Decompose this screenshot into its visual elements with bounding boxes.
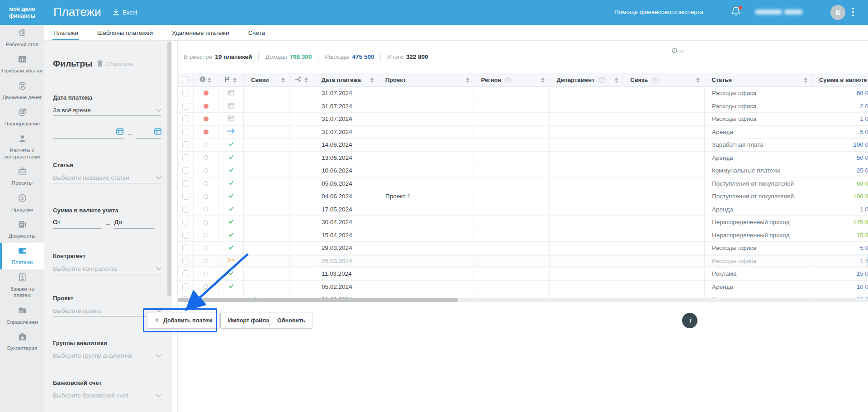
sort-icon[interactable] <box>370 77 374 83</box>
col-region[interactable]: Регионi <box>474 73 550 86</box>
row-checkbox[interactable] <box>182 232 189 239</box>
table-row[interactable]: 11.03.2024Реклама15 0 <box>178 268 868 281</box>
row-checkbox[interactable] <box>182 115 189 122</box>
article-select[interactable]: Выберите название статьи <box>53 172 161 183</box>
sidebar-item-11[interactable]: Бухгалтерия <box>0 329 44 355</box>
col-branch[interactable] <box>289 73 314 86</box>
tab-payment-templates[interactable]: Шаблоны платежей <box>97 25 153 40</box>
analytics-group-select[interactable]: Выберите группу аналитики <box>53 350 161 361</box>
row-checkbox[interactable] <box>182 258 189 264</box>
table-row[interactable]: 29.03.2024Расходы офиса5 0 <box>178 242 868 255</box>
sort-icon[interactable] <box>466 77 470 83</box>
sort-icon[interactable] <box>233 77 237 83</box>
sidebar-item-2[interactable]: Движение денег <box>0 78 44 104</box>
export-excel-button[interactable]: Excel <box>113 8 137 17</box>
date-to-input[interactable] <box>136 128 161 139</box>
col-amount[interactable]: Сумма в валюте учета <box>812 73 868 86</box>
col-article[interactable]: Статья <box>704 73 812 86</box>
table-row[interactable]: 05.02.2024Аренда10 0 <box>178 281 868 294</box>
col-department[interactable]: Департаментi <box>549 73 623 86</box>
bank-account-select[interactable]: Выберите банковский счет <box>53 390 161 401</box>
amount-to-input[interactable]: До <box>114 218 154 229</box>
row-checkbox[interactable] <box>182 270 189 277</box>
col-project[interactable]: Проект <box>378 73 474 86</box>
calendar-icon[interactable] <box>116 128 123 137</box>
row-checkbox[interactable] <box>182 180 189 187</box>
table-row[interactable]: 04.06.2024Проект 1Поступления от покупат… <box>178 190 868 203</box>
info-help-button[interactable]: i <box>682 313 697 328</box>
table-row[interactable]: 30.04.2024Нераспределенный приход145 8 <box>178 216 868 229</box>
col-link[interactable]: Связьi <box>623 73 704 86</box>
scrollbar-thumb[interactable] <box>167 42 171 296</box>
tab-accounts[interactable]: Счета <box>248 25 265 40</box>
row-checkbox[interactable] <box>182 154 189 161</box>
sidebar-item-1[interactable]: Прибыли убытки <box>0 51 44 77</box>
row-checkbox[interactable] <box>182 219 189 225</box>
row-checkbox[interactable] <box>182 283 189 290</box>
sidebar-item-7[interactable]: Документы <box>0 216 44 243</box>
table-row[interactable]: 05.06.2024Поступления от покупателей60 0 <box>178 177 868 191</box>
calendar-icon[interactable] <box>154 128 161 137</box>
scrollbar-thumb[interactable] <box>178 298 458 302</box>
row-checkbox[interactable] <box>182 90 189 96</box>
sidebar-item-0[interactable]: Рабочий стол <box>0 25 44 51</box>
table-row[interactable]: 31.07.2024Расходы офиса2 0 <box>178 100 868 113</box>
row-checkbox[interactable] <box>182 244 189 251</box>
row-checkbox[interactable] <box>182 193 189 200</box>
sidebar-item-10[interactable]: Справочники <box>0 302 44 329</box>
col-status[interactable] <box>218 73 244 86</box>
notifications-bell-icon[interactable] <box>731 6 743 19</box>
amount-from-input[interactable]: От <box>53 218 102 229</box>
refresh-button[interactable]: Обновить <box>270 312 313 329</box>
avatar[interactable]: B <box>830 5 845 20</box>
sort-icon[interactable] <box>304 77 308 83</box>
select-all-checkbox[interactable] <box>182 77 189 83</box>
row-checkbox[interactable] <box>182 167 189 174</box>
project-select[interactable]: Выберите проект <box>53 306 161 316</box>
table-row[interactable]: 10.06.2024Коммунальные платежи25 0 <box>178 164 868 177</box>
table-row[interactable]: 13.06.2024Аренда50 0 <box>178 152 868 165</box>
table-row[interactable]: 14.06.2024Заработная плата200 0 <box>178 139 868 152</box>
sidebar-item-9[interactable]: $Заявки на платеж <box>0 269 44 302</box>
col-links[interactable]: Связи <box>244 73 289 86</box>
sidebar-item-4[interactable]: Расчеты с контрагентами <box>0 131 44 164</box>
sidebar-item-5[interactable]: Проекты <box>0 163 44 190</box>
kebab-menu-icon[interactable] <box>851 7 855 17</box>
filter-project-label: Проект <box>53 295 161 302</box>
sort-icon[interactable] <box>281 77 285 83</box>
sort-icon[interactable] <box>615 77 619 83</box>
row-checkbox[interactable] <box>182 129 189 135</box>
expert-help-link[interactable]: Помощь финансового эксперта <box>614 9 703 15</box>
table-row[interactable]: 31.07.2024Расходы офиса60 0 <box>178 87 868 100</box>
col-alert[interactable] <box>194 73 218 86</box>
table-row[interactable]: 25.03.2024Расходы офиса1 5 <box>178 255 868 268</box>
filters-scrollbar[interactable] <box>166 41 172 412</box>
tab-payments[interactable]: Платежи <box>53 25 78 40</box>
table-row[interactable]: 17.05.2024Аренда1 0 <box>178 203 868 216</box>
table-row[interactable]: 15.04.2024Нераспределенный приход15 0 <box>178 229 868 242</box>
import-file-button[interactable]: Импорт файла <box>220 312 277 329</box>
row-checkbox[interactable] <box>182 206 189 213</box>
sort-icon[interactable] <box>541 77 545 83</box>
tab-deleted-payments[interactable]: Удаленные платежи <box>172 25 229 40</box>
horizontal-scrollbar[interactable] <box>178 298 868 302</box>
sidebar-item-6[interactable]: $Продажи <box>0 190 44 216</box>
brand-logo[interactable]: моё дело финансы <box>0 0 44 25</box>
row-checkbox[interactable] <box>182 103 189 110</box>
sidebar-item-8[interactable]: Платежи <box>0 243 44 269</box>
sort-icon[interactable] <box>208 77 212 83</box>
sidebar-item-3[interactable]: Планирование <box>0 104 44 130</box>
sort-icon[interactable] <box>696 77 700 83</box>
add-payment-button[interactable]: + Добавить платеж <box>147 312 220 329</box>
table-row[interactable]: 31.07.2024Аренда5 0 <box>178 126 868 139</box>
table-row[interactable]: 31.07.2024Расходы офиса1 0 <box>178 113 868 126</box>
sort-icon[interactable] <box>804 77 808 83</box>
row-checkbox[interactable] <box>182 141 189 148</box>
col-payment-date[interactable]: Дата платежа <box>314 73 378 86</box>
date-period-select[interactable]: За всё время <box>53 105 161 116</box>
reset-filters-button[interactable]: Сбросить <box>97 60 133 68</box>
username-redacted[interactable] <box>755 8 808 16</box>
counterparty-select[interactable]: Выберите контрагента <box>53 263 161 274</box>
table-settings-button[interactable]: ⚙ <box>671 47 683 55</box>
date-from-input[interactable] <box>53 128 123 139</box>
